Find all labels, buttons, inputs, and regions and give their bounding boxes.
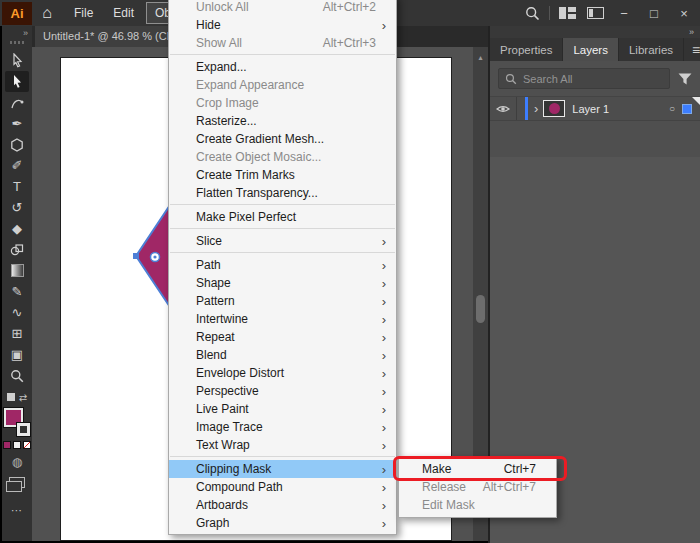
menu-item-label: Expand... (196, 60, 247, 74)
minimize-button[interactable]: − (612, 3, 636, 23)
menu-item-shape[interactable]: Shape› (169, 274, 396, 292)
menu-item-flatten-transparency[interactable]: Flatten Transparency... (169, 184, 396, 202)
menu-item-crop-image[interactable]: Crop Image (169, 94, 396, 112)
menu-item-intertwine[interactable]: Intertwine› (169, 310, 396, 328)
submenu-arrow-icon: › (382, 366, 388, 381)
menu-item-hide[interactable]: Hide› (169, 16, 396, 34)
menu-item-label: Create Gradient Mesh... (196, 132, 324, 146)
tab-properties[interactable]: Properties (490, 38, 563, 61)
illustrator-logo: Ai (2, 2, 32, 25)
menu-item-label: Make Pixel Perfect (196, 210, 296, 224)
panel-layout-icon[interactable] (584, 3, 606, 23)
layer-expand-chevron[interactable]: › (534, 101, 538, 116)
menubar-item-edit[interactable]: Edit (105, 3, 142, 23)
menu-item-create-gradient-mesh[interactable]: Create Gradient Mesh... (169, 130, 396, 148)
color-button[interactable] (3, 441, 11, 449)
workspace-switcher-icon[interactable] (556, 3, 578, 23)
menu-item-expand[interactable]: Expand... (169, 58, 396, 76)
menu-item-clipping-mask[interactable]: Clipping Mask› (169, 460, 396, 478)
menu-item-graph[interactable]: Graph› (169, 514, 396, 532)
menu-item-pattern[interactable]: Pattern› (169, 292, 396, 310)
menu-item-create-object-mosaic[interactable]: Create Object Mosaic... (169, 148, 396, 166)
tab-libraries[interactable]: Libraries (619, 38, 684, 61)
illustrator-window: ▴ Ai ⌂ FileEditObject − □ × Untitled-1* … (0, 0, 700, 543)
menu-item-slice[interactable]: Slice› (169, 232, 396, 250)
scrollbar-thumb[interactable] (476, 295, 485, 323)
menu-item-label: Expand Appearance (196, 78, 304, 92)
menu-item-blend[interactable]: Blend› (169, 346, 396, 364)
search-icon[interactable] (521, 3, 543, 23)
menu-item-expand-appearance[interactable]: Expand Appearance (169, 76, 396, 94)
tools-panel: » ✒✐T↺◆✎∿⊞▣ ⇄ ◍ ⋯ (2, 26, 32, 541)
layer-thumbnail[interactable] (543, 100, 565, 117)
fill-stroke-indicator[interactable] (4, 408, 30, 436)
rotate-tool[interactable]: ↺ (5, 197, 29, 218)
drawing-mode-icon[interactable]: ◍ (12, 453, 22, 471)
menu-item-unlock-all[interactable]: Unlock AllAlt+Ctrl+2 (169, 0, 396, 16)
maximize-button[interactable]: □ (642, 3, 666, 23)
smooth-tool[interactable]: ∿ (5, 302, 29, 323)
visibility-eye-icon[interactable] (496, 104, 510, 114)
menu-item-edit-mask[interactable]: Edit Mask (399, 496, 556, 514)
stroke-color-swatch[interactable] (17, 423, 30, 436)
direct-selection-tool[interactable] (5, 71, 29, 92)
pencil-tool[interactable]: ✎ (5, 281, 29, 302)
gradient-tool[interactable] (5, 260, 29, 281)
toolbar-more-icon[interactable]: ⋯ (11, 504, 23, 517)
zoom-tool[interactable] (5, 365, 29, 386)
menu-item-live-paint[interactable]: Live Paint› (169, 400, 396, 418)
submenu-arrow-icon: › (382, 498, 388, 513)
shaper-tool[interactable] (5, 134, 29, 155)
screen-mode-icon[interactable] (9, 477, 25, 488)
menu-item-artboards[interactable]: Artboards› (169, 496, 396, 514)
menu-item-perspective[interactable]: Perspective› (169, 382, 396, 400)
none-button[interactable] (23, 441, 31, 449)
menu-item-shortcut: Alt+Ctrl+3 (323, 36, 388, 50)
menu-item-make-pixel-perfect[interactable]: Make Pixel Perfect (169, 208, 396, 226)
menu-item-rasterize[interactable]: Rasterize... (169, 112, 396, 130)
menu-item-path[interactable]: Path› (169, 256, 396, 274)
menu-item-text-wrap[interactable]: Text Wrap› (169, 436, 396, 454)
layer-selection-indicator[interactable] (682, 104, 692, 114)
menu-item-show-all[interactable]: Show AllAlt+Ctrl+3 (169, 34, 396, 52)
menu-item-create-trim-marks[interactable]: Create Trim Marks (169, 166, 396, 184)
curvature-tool[interactable] (5, 92, 29, 113)
gradient-button[interactable] (13, 441, 21, 449)
search-input[interactable]: Search All (498, 68, 670, 89)
tab-layers[interactable]: Layers (563, 38, 619, 61)
artboard-tool[interactable]: ▣ (5, 344, 29, 365)
symbol-tool[interactable]: ⊞ (5, 323, 29, 344)
layer-selected-bar (525, 97, 528, 120)
paintbrush-tool[interactable]: ✐ (5, 155, 29, 176)
pen-tool[interactable]: ✒ (5, 113, 29, 134)
type-tool[interactable]: T (5, 176, 29, 197)
toolbar-grip[interactable] (10, 41, 24, 44)
panel-menu-icon[interactable]: ≡ (684, 38, 700, 61)
toolbar-collapse-icon[interactable]: » (2, 26, 32, 39)
menu-item-label: Shape (196, 276, 231, 290)
close-button[interactable]: × (672, 3, 696, 23)
selection-tool[interactable] (5, 50, 29, 71)
menu-item-image-trace[interactable]: Image Trace› (169, 418, 396, 436)
eraser-tool[interactable]: ◆ (5, 218, 29, 239)
layer-name[interactable]: Layer 1 (572, 103, 609, 115)
menu-item-compound-path[interactable]: Compound Path› (169, 478, 396, 496)
submenu-arrow-icon: › (382, 438, 388, 453)
layer-row[interactable]: › Layer 1 ○ (490, 96, 700, 121)
submenu-arrow-icon: › (382, 18, 388, 33)
menubar-item-file[interactable]: File (66, 3, 101, 23)
menu-item-envelope-distort[interactable]: Envelope Distort› (169, 364, 396, 382)
menu-item-label: Show All (196, 36, 242, 50)
submenu-arrow-icon: › (382, 258, 388, 273)
layer-target-icon[interactable]: ○ (669, 103, 675, 114)
scroll-up-arrow[interactable]: ▴ (473, 47, 488, 62)
shape-builder-tool[interactable] (5, 239, 29, 260)
home-icon[interactable]: ⌂ (36, 3, 58, 23)
menu-item-repeat[interactable]: Repeat› (169, 328, 396, 346)
menu-item-label: Edit Mask (422, 498, 475, 512)
filter-icon[interactable] (678, 73, 692, 85)
panel-collapse-icon[interactable]: » (490, 26, 700, 38)
submenu-arrow-icon: › (382, 330, 388, 345)
submenu-arrow-icon: › (382, 462, 388, 477)
swap-fill-stroke[interactable]: ⇄ (7, 390, 27, 404)
